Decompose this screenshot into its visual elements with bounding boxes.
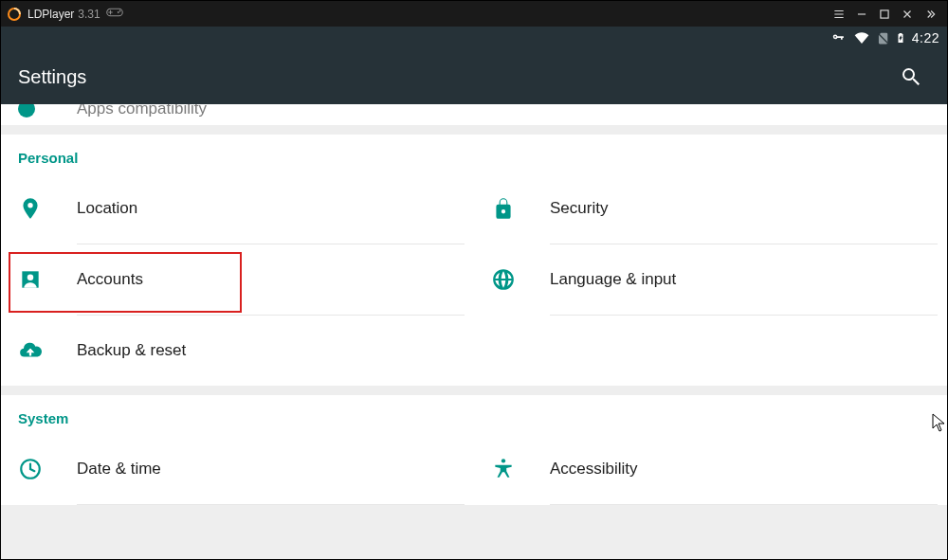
globe-icon — [491, 267, 550, 292]
search-button[interactable] — [892, 58, 930, 96]
gamepad-icon — [106, 7, 123, 21]
settings-item-accessibility[interactable]: Accessibility — [474, 434, 947, 504]
mouse-cursor-icon — [932, 413, 945, 436]
hamburger-menu-icon[interactable] — [828, 3, 850, 26]
page-title: Settings — [18, 66, 86, 88]
section-header-personal: Personal — [1, 135, 947, 173]
settings-item-label: Location — [77, 199, 137, 218]
settings-item-label: Date & time — [77, 460, 161, 479]
settings-item-language[interactable]: Language & input — [474, 244, 947, 315]
settings-item-datetime[interactable]: Date & time — [1, 434, 474, 504]
section-personal: Personal Location — [1, 135, 947, 386]
emulator-title-bar: LDPlayer 3.31 — [1, 1, 947, 27]
maximize-button[interactable] — [873, 3, 896, 26]
settings-item-accounts[interactable]: Accounts — [1, 244, 474, 315]
settings-item-label: Apps compatibility — [77, 104, 207, 118]
svg-rect-4 — [881, 9, 888, 17]
settings-item-label: Backup & reset — [77, 341, 186, 360]
expand-button[interactable] — [919, 3, 941, 26]
settings-item-label: Accounts — [77, 270, 143, 289]
close-button[interactable] — [896, 3, 919, 26]
emulator-app-name: LDPlayer — [27, 8, 74, 21]
android-status-bar: 4:22 — [1, 27, 947, 49]
apps-dot-icon — [18, 104, 35, 117]
accessibility-icon — [491, 457, 550, 481]
settings-item-label: Accessibility — [550, 460, 638, 479]
location-icon — [18, 196, 77, 221]
vpn-key-icon — [829, 31, 848, 45]
status-bar-clock: 4:22 — [912, 30, 939, 45]
settings-item-label: Security — [550, 199, 608, 218]
clock-icon — [18, 457, 77, 481]
cloud-upload-icon — [18, 338, 77, 363]
settings-content[interactable]: Apps compatibility Personal Location — [1, 104, 947, 559]
svg-point-3 — [118, 10, 120, 12]
settings-app-bar: Settings — [1, 49, 947, 104]
section-header-system: System — [1, 395, 947, 434]
section-system: System Date & time — [1, 395, 947, 505]
svg-point-2 — [118, 11, 119, 13]
svg-point-7 — [501, 459, 505, 462]
settings-item-backup[interactable]: Backup & reset — [1, 316, 474, 386]
emulator-app-version: 3.31 — [78, 8, 100, 21]
wifi-icon — [853, 30, 870, 45]
settings-item-security[interactable]: Security — [474, 173, 947, 244]
lock-icon — [491, 196, 550, 221]
settings-item-label: Language & input — [550, 270, 676, 289]
ldplayer-logo-icon — [7, 7, 22, 22]
battery-charging-icon — [895, 29, 906, 46]
settings-item-location[interactable]: Location — [1, 173, 474, 244]
no-sim-icon — [876, 29, 889, 46]
account-icon — [18, 267, 77, 292]
minimize-button[interactable] — [850, 3, 873, 26]
svg-point-5 — [27, 275, 34, 281]
settings-item-apps-compatibility[interactable]: Apps compatibility — [1, 104, 947, 125]
